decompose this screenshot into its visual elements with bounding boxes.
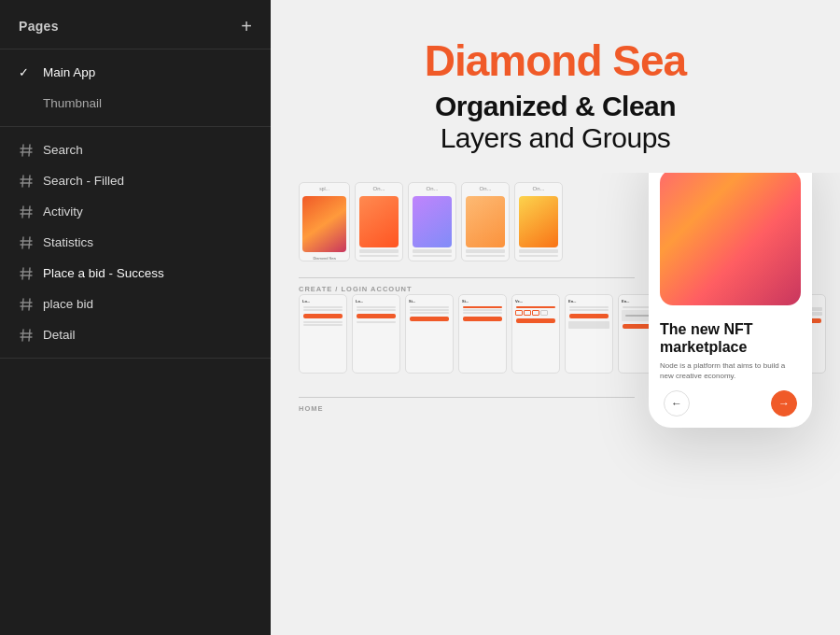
hero-subtitle-1: Organized & Clean	[435, 91, 676, 122]
splash-thumb-1[interactable]: spl... Diamond Sea	[299, 182, 350, 261]
hero-section: Diamond Sea Organized & Clean Layers and…	[271, 0, 840, 173]
sidebar-item-main-app[interactable]: ✓ Main App	[0, 57, 271, 88]
svg-line-9	[29, 206, 30, 218]
sidebar-item-label: Search	[43, 143, 83, 157]
splash-thumb-4[interactable]: On...	[461, 182, 510, 261]
phone-hero-image	[660, 173, 801, 305]
svg-line-1	[29, 145, 30, 156]
section-divider-1	[299, 277, 635, 278]
svg-line-0	[22, 145, 23, 156]
sidebar-item-label: Main App	[43, 65, 95, 79]
svg-line-5	[29, 176, 30, 187]
svg-line-24	[22, 330, 23, 341]
hash-icon	[19, 144, 34, 157]
phone-sub-text: Node is a platform that aims to build a …	[660, 360, 801, 381]
sidebar-item-place-bid[interactable]: place bid	[0, 289, 271, 319]
main-content: Diamond Sea Organized & Clean Layers and…	[271, 0, 840, 635]
sidebar-item-statistics[interactable]: Statistics	[0, 227, 271, 258]
splash-thumb-3[interactable]: On...	[408, 182, 456, 261]
splash-thumb-2[interactable]: On...	[355, 182, 403, 261]
pages-header: Pages +	[0, 0, 271, 49]
hero-subtitle-2: Layers and Groups	[441, 122, 671, 154]
splash-screens-row: spl... Diamond Sea On... On... On...	[299, 182, 563, 261]
sidebar-item-search[interactable]: Search	[0, 134, 271, 165]
svg-line-13	[29, 237, 30, 248]
section-divider-2	[299, 397, 635, 398]
add-page-button[interactable]: +	[241, 17, 252, 35]
signup-thumb-1[interactable]: Si...	[405, 294, 454, 374]
hash-icon	[19, 298, 34, 311]
svg-line-21	[29, 299, 30, 310]
hash-icon	[19, 175, 34, 188]
hash-icon	[19, 329, 34, 342]
check-icon: ✓	[19, 65, 34, 79]
sidebar-item-label: Activity	[43, 205, 83, 219]
svg-line-16	[22, 268, 23, 279]
hero-title: Diamond Sea	[425, 37, 686, 85]
svg-line-12	[22, 237, 23, 248]
svg-line-20	[22, 299, 23, 310]
sidebar-item-activity[interactable]: Activity	[0, 196, 271, 227]
sidebar-item-place-bid-success[interactable]: Place a bid - Success	[0, 258, 271, 289]
phone-nav-buttons: ← →	[660, 390, 801, 416]
svg-line-8	[22, 206, 23, 218]
phone-prev-button[interactable]: ←	[664, 390, 690, 416]
pages-label: Pages	[19, 19, 59, 34]
phone-main-text: The new NFT marketplace	[660, 320, 801, 356]
login-thumb-1[interactable]: Lo...	[299, 294, 347, 374]
sidebar-item-label: Thumbnail	[43, 96, 102, 110]
sidebar-item-thumbnail[interactable]: Thumbnail	[0, 88, 271, 119]
hash-icon	[19, 267, 34, 280]
login-thumb-2[interactable]: Lo...	[352, 294, 400, 374]
canvas-area: Skip The new NFT marketplace Node is a p…	[271, 173, 840, 635]
svg-line-17	[29, 268, 30, 279]
section-label-create-login: CREATE / LOGIN ACCOUNT	[299, 285, 413, 293]
verify-thumb[interactable]: Ve...	[511, 294, 560, 374]
phone-mockup: Skip The new NFT marketplace Node is a p…	[649, 173, 812, 429]
main-pages-section: ✓ Main App Thumbnail	[0, 49, 271, 127]
sidebar: Pages + ✓ Main App Thumbnail Search	[0, 0, 271, 635]
hash-icon	[19, 236, 34, 249]
hash-icon	[19, 205, 34, 219]
sidebar-item-search-filled[interactable]: Search - Filled	[0, 165, 271, 196]
splash-thumb-5[interactable]: On...	[514, 182, 563, 261]
sidebar-item-detail[interactable]: Detail	[0, 319, 271, 350]
phone-content: The new NFT marketplace Node is a platfo…	[649, 313, 812, 429]
sidebar-item-label: Place a bid - Success	[43, 266, 164, 280]
section-label-home: HOME	[299, 404, 324, 413]
screens-section: Search Search - Filled	[0, 127, 271, 359]
svg-line-25	[29, 330, 30, 341]
svg-line-4	[22, 176, 23, 187]
sidebar-item-label: Statistics	[43, 235, 93, 249]
phone-next-button[interactable]: →	[771, 390, 797, 416]
sidebar-item-label: place bid	[43, 297, 93, 311]
sidebar-item-label: Search - Filled	[43, 174, 124, 188]
sidebar-item-label: Detail	[43, 328, 76, 342]
signup-thumb-2[interactable]: Si...	[458, 294, 507, 374]
enter-thumb-1[interactable]: En...	[565, 294, 613, 374]
